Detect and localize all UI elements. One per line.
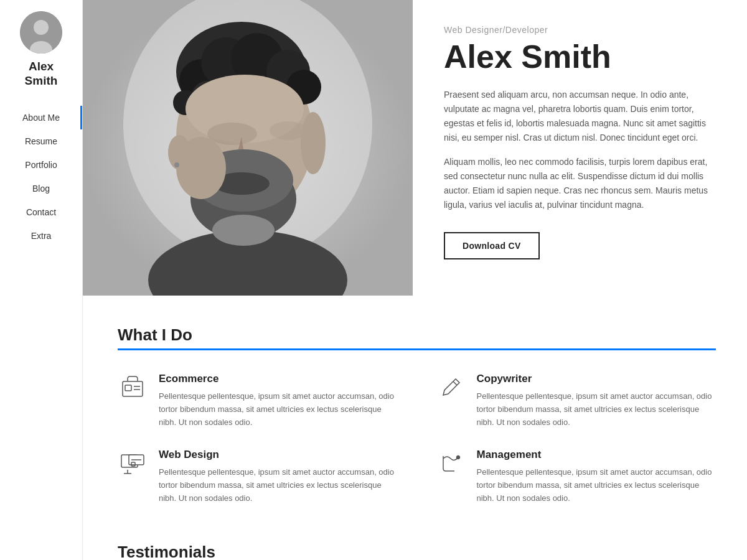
svg-point-26 [212, 215, 275, 246]
hero-section: Web Designer/Developer Alex Smith Praese… [83, 0, 747, 296]
service-copywriter: Copywriter Pellentesque pellentesque, ip… [436, 373, 716, 429]
svg-line-31 [453, 381, 457, 385]
service-management-title: Management [477, 449, 716, 461]
hero-title: Alex Smith [444, 40, 722, 74]
copywriter-icon [436, 373, 466, 403]
sidebar: AlexSmith About Me Resume Portfolio Blog… [0, 0, 83, 560]
webdesign-icon [118, 449, 148, 478]
management-icon [436, 449, 466, 478]
service-copywriter-title: Copywriter [477, 373, 716, 385]
service-copywriter-desc: Pellentesque pellentesque, ipsum sit ame… [477, 390, 716, 429]
svg-point-24 [174, 162, 179, 167]
sidebar-item-extra[interactable]: Extra [0, 224, 82, 248]
hero-desc-2: Aliquam mollis, leo nec commodo facilisi… [444, 155, 722, 212]
svg-point-25 [301, 112, 326, 174]
service-webdesign-text: Web Design Pellentesque pellentesque, ip… [159, 449, 398, 505]
svg-rect-28 [125, 385, 131, 391]
service-ecommerce-desc: Pellentesque pellentesque, ipsum sit ame… [159, 390, 398, 429]
testimonials-title: Testimonials [118, 543, 215, 560]
download-cv-button[interactable]: Download CV [444, 232, 540, 259]
ecommerce-icon [118, 373, 148, 403]
service-webdesign: Web Design Pellentesque pellentesque, ip… [118, 449, 398, 505]
hero-subtitle: Web Designer/Developer [444, 25, 722, 35]
service-webdesign-title: Web Design [159, 449, 398, 461]
service-management: Management Pellentesque pellentesque, ip… [436, 449, 716, 505]
what-i-do-underline [118, 348, 716, 350]
sidebar-item-about[interactable]: About Me [0, 106, 82, 129]
service-ecommerce: Ecommerce Pellentesque pellentesque, ips… [118, 373, 398, 429]
sidebar-item-resume[interactable]: Resume [0, 129, 82, 153]
sidebar-item-blog[interactable]: Blog [0, 177, 82, 200]
svg-point-23 [168, 135, 190, 170]
svg-point-38 [456, 456, 459, 459]
what-i-do-title: What I Do [118, 325, 192, 345]
avatar [20, 11, 62, 54]
service-ecommerce-text: Ecommerce Pellentesque pellentesque, ips… [159, 373, 398, 429]
sidebar-name: AlexSmith [25, 60, 58, 88]
svg-point-1 [34, 20, 49, 35]
service-management-text: Management Pellentesque pellentesque, ip… [477, 449, 716, 505]
main-content: Web Designer/Developer Alex Smith Praese… [83, 0, 747, 560]
hero-content: Web Designer/Developer Alex Smith Praese… [413, 0, 747, 296]
service-webdesign-desc: Pellentesque pellentesque, ipsum sit ame… [159, 466, 398, 505]
what-i-do-section: What I Do Ecommerce Pellentesque pellent [83, 296, 747, 530]
hero-image [83, 0, 413, 296]
service-management-desc: Pellentesque pellentesque, ipsum sit ame… [477, 466, 716, 505]
services-grid: Ecommerce Pellentesque pellentesque, ips… [118, 373, 716, 505]
hero-desc-1: Praesent sed aliquam arcu, non accumsan … [444, 88, 722, 145]
testimonials-section: Testimonials Nam tempor commodo mi id so… [83, 530, 747, 560]
sidebar-item-portfolio[interactable]: Portfolio [0, 153, 82, 177]
service-copywriter-text: Copywriter Pellentesque pellentesque, ip… [477, 373, 716, 429]
service-ecommerce-title: Ecommerce [159, 373, 398, 385]
svg-rect-27 [123, 381, 143, 396]
svg-point-17 [207, 123, 257, 145]
sidebar-item-contact[interactable]: Contact [0, 200, 82, 224]
